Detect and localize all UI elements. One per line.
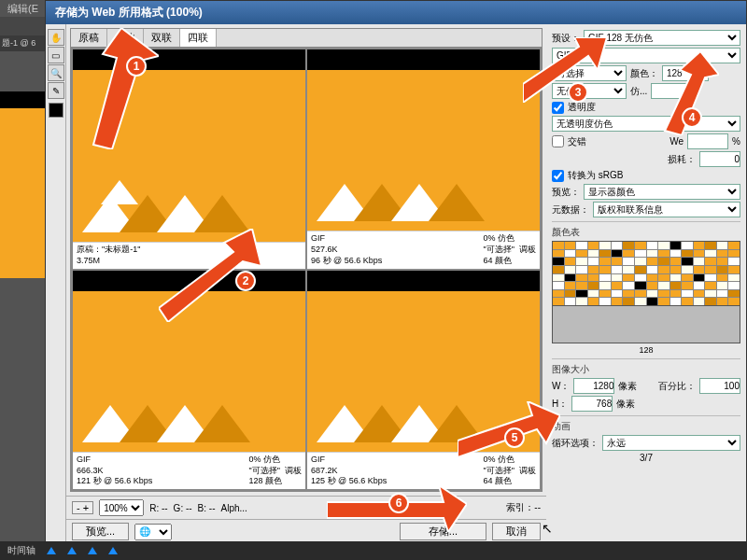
photoshop-background: 题-1 @ 6	[0, 35, 45, 560]
badge-3: 3	[568, 82, 588, 103]
cancel-button[interactable]: 取消	[492, 523, 541, 540]
interlace-label: 交错	[568, 135, 586, 148]
dither-amt-input[interactable]	[651, 83, 692, 99]
dither-select[interactable]: 无仿色	[552, 83, 627, 99]
pane-gif-1[interactable]: GIF 527.6K 96 秒 @ 56.6 Kbps0% 仿色 "可选择" 调…	[307, 49, 540, 269]
save-for-web-dialog: 存储为 Web 所用格式 (100%) ✋ ▭ 🔍 ✎ 原稿 优化 双联 四联	[45, 0, 747, 541]
loop-label: 循环选项：	[552, 437, 599, 450]
pane-gif-3[interactable]: GIF 687.2K 125 秒 @ 56.6 Kbps0% 仿色 "可选择" …	[307, 271, 540, 490]
web-input[interactable]	[687, 133, 728, 149]
tab-4up[interactable]: 四联	[180, 29, 217, 47]
preview-select[interactable]: 显示器颜色	[584, 184, 740, 200]
color-swatch[interactable]	[49, 103, 63, 118]
color-count: 128	[552, 345, 740, 355]
anim-title: 动画	[552, 420, 740, 433]
tab-original[interactable]: 原稿	[71, 29, 107, 47]
play-icon[interactable]	[108, 547, 118, 554]
loop-select[interactable]: 永远	[602, 435, 740, 451]
preview-label: 预览：	[552, 186, 580, 199]
badge-2: 2	[235, 271, 256, 291]
matte-select[interactable]: 无透明度仿色	[552, 116, 740, 132]
color-table[interactable]	[552, 241, 740, 306]
reduction-select[interactable]: 可选择	[552, 65, 627, 81]
zoom-select[interactable]: 100%	[99, 499, 144, 516]
srgb-checkbox[interactable]	[552, 170, 564, 182]
canvas-peek	[0, 91, 45, 278]
preview-area: 原稿 优化 双联 四联 原稿："未标题-1" 3.75M	[70, 28, 543, 492]
badge-1: 1	[126, 56, 147, 77]
preset-label: 预设：	[552, 32, 580, 45]
web-label: We	[669, 136, 684, 147]
colortable-title: 颜色表	[552, 226, 740, 239]
badge-5: 5	[504, 427, 525, 448]
metadata-label: 元数据：	[552, 203, 589, 217]
alpha-readout: Alph...	[221, 503, 247, 513]
play-icon[interactable]	[88, 547, 97, 554]
pane-original[interactable]: 原稿："未标题-1" 3.75M	[73, 49, 305, 269]
status-bar: 时间轴	[0, 541, 747, 560]
index-readout: 索引：--	[506, 501, 541, 514]
tool-column: ✋ ▭ 🔍 ✎	[46, 24, 66, 543]
browser-select[interactable]: 🌐	[134, 524, 172, 540]
timeline-label[interactable]: 时间轴	[7, 544, 35, 557]
transparency-checkbox[interactable]	[552, 102, 564, 114]
srgb-label: 转换为 sRGB	[568, 169, 623, 182]
width-input[interactable]	[573, 378, 614, 394]
dither-amt-label: 仿...	[630, 85, 647, 98]
view-tabs: 原稿 优化 双联 四联	[71, 29, 542, 48]
action-bar: 预览... 🌐 存储... 取消	[66, 519, 546, 543]
imgsize-title: 图像大小	[552, 363, 740, 376]
save-button[interactable]: 存储...	[400, 523, 486, 540]
colors-label: 颜色：	[630, 67, 658, 80]
preview-button[interactable]: 预览...	[72, 523, 129, 540]
play-icon[interactable]	[47, 547, 56, 554]
metadata-select[interactable]: 版权和联系信息	[593, 202, 740, 217]
zoom-out-button[interactable]: - +	[72, 501, 93, 514]
transparency-label: 透明度	[568, 101, 596, 114]
zoom-tool-icon[interactable]: 🔍	[48, 64, 64, 81]
interlace-checkbox[interactable]	[552, 135, 564, 147]
r-readout: R: --	[149, 503, 167, 513]
slice-tool-icon[interactable]: ▭	[48, 47, 64, 63]
tab-2up[interactable]: 双联	[144, 29, 180, 47]
preset-select[interactable]: GIF 128 无仿色	[584, 30, 740, 46]
badge-4: 4	[682, 107, 702, 128]
colors-select[interactable]: 128	[662, 65, 709, 81]
hand-tool-icon[interactable]: ✋	[48, 29, 64, 46]
cursor-icon: ↖	[542, 521, 553, 536]
format-select[interactable]: GIF	[552, 48, 740, 63]
lossy-input[interactable]	[699, 151, 740, 167]
doc-tab[interactable]: 题-1 @ 6	[0, 35, 45, 51]
bottom-bar: - + 100% R: -- G: -- B: -- Alph... 索引：--	[66, 496, 546, 519]
lossy-label: 损耗：	[668, 153, 696, 166]
dialog-title: 存储为 Web 所用格式 (100%)	[46, 1, 746, 24]
pane-gif-2[interactable]: GIF 666.3K 121 秒 @ 56.6 Kbps0% 仿色 "可选择" …	[73, 271, 305, 490]
tab-optimized[interactable]: 优化	[107, 29, 144, 47]
percent-input[interactable]	[699, 378, 740, 394]
4up-grid: 原稿："未标题-1" 3.75M GIF 527.6K 96 秒 @ 56.6 …	[71, 48, 542, 491]
g-readout: G: --	[174, 503, 192, 513]
frame-readout: 3/7	[640, 453, 653, 463]
b-readout: B: --	[198, 503, 216, 513]
eyedropper-tool-icon[interactable]: ✎	[48, 82, 64, 99]
color-table-extra	[552, 306, 740, 343]
height-input[interactable]	[571, 396, 613, 412]
badge-6: 6	[388, 493, 409, 513]
play-icon[interactable]	[67, 547, 77, 554]
